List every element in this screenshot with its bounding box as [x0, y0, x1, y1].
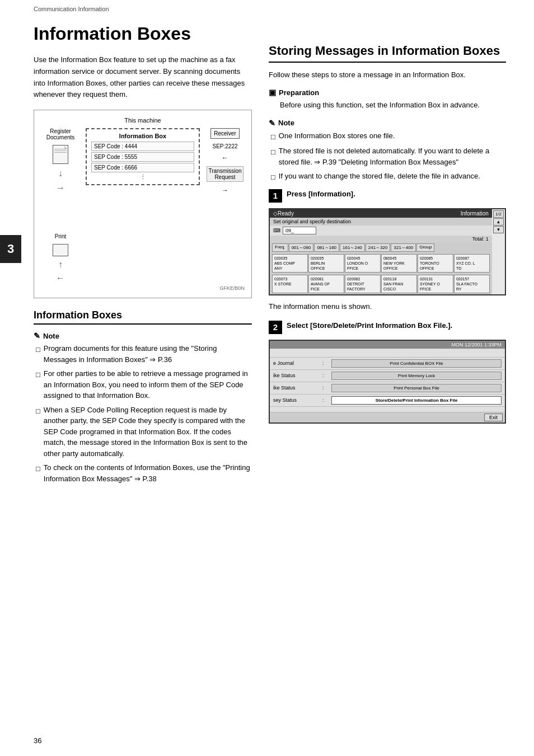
right-note-item-2: □ The stored file is not deleted automat… [269, 145, 506, 167]
screen2-row-4: sey Status : Store/Delete/Print Informat… [270, 395, 505, 407]
screen2-date: MON 12/2001 1:33PM [451, 342, 502, 348]
tab-241[interactable]: 241～320 [366, 243, 391, 252]
addr-2[interactable]: 020035BERLINOFFICE [308, 254, 344, 273]
sep-receiver: SEP:2222 [212, 143, 237, 149]
sep-row-1: SEP Code : 4444 [91, 142, 194, 151]
right-section-heading: Storing Messages in Information Boxes [269, 43, 506, 63]
left-note-block: ✎ Note □ Program documents for this feat… [34, 331, 252, 484]
screen-input-box[interactable]: 09_ [283, 227, 316, 234]
sep-row-2: SEP Code : 5555 [91, 152, 194, 162]
addr-7[interactable]: 020073X STORE [272, 275, 308, 293]
screen-mockup-2: MON 12/2001 1:33PM e Journal : Print Con… [269, 340, 506, 424]
addr-6[interactable]: 020087XYZ CO. LTD [454, 254, 490, 273]
row2-btn[interactable]: Print Memory Lock [331, 372, 502, 380]
row4-btn-highlight[interactable]: Store/Delete/Print Information Box File [331, 396, 502, 405]
sep-row-3: SEP Code : 6666 [91, 163, 194, 172]
scroll-down-btn[interactable]: ▼ [493, 226, 504, 233]
screen2-row-empty [270, 349, 505, 358]
page: Communication Information 3 Information … [0, 0, 534, 756]
doc-icon [53, 145, 68, 164]
info-box-container: Information Box SEP Code : 4444 SEP Code… [86, 128, 200, 185]
note-pencil-icon-right: ✎ [269, 119, 275, 128]
tab-081[interactable]: 081～160 [314, 243, 339, 252]
keyboard-icon: ⌨ [273, 228, 280, 233]
dest-row: Set original and specify destination [270, 218, 492, 226]
screen-side-btns: 1/2 ▲ ▼ [492, 209, 505, 295]
breadcrumb-text: Communication Information [34, 6, 109, 12]
tab-161[interactable]: 161～240 [340, 243, 365, 252]
addr-5[interactable]: 020085TORONTOOFFICE [418, 254, 453, 273]
exit-btn[interactable]: Exit [484, 414, 503, 421]
breadcrumb: Communication Information [0, 0, 534, 15]
diagram-box: This machine RegisterDocuments [34, 110, 252, 298]
prep-heading: ▣ Preparation [269, 88, 506, 97]
step-1-container: 1 Press [Information]. [269, 189, 506, 203]
row2-label: ike Status [273, 373, 318, 378]
step-1-number: 1 [269, 189, 282, 203]
screen-header-1: ◇Ready Information [270, 209, 492, 218]
row1-btn[interactable]: Print Confidential BOX File [331, 359, 502, 368]
right-note-heading: ✎ Note [269, 119, 506, 128]
follow-text: Follow these steps to store a message in… [269, 69, 506, 81]
addr-3[interactable]: 020045LONDON OFFICE [345, 254, 381, 273]
screen2-row-2: ike Status : Print Memory Lock [270, 370, 505, 382]
tab-freq[interactable]: Freq. [272, 243, 288, 252]
note-item-1: □ Program documents for this feature usi… [34, 343, 252, 365]
step1-caption: The information menu is shown. [269, 301, 506, 312]
right-note-block: ✎ Note □ One Information Box stores one … [269, 119, 506, 183]
addr-8[interactable]: 020081AVANS OFFICE [308, 275, 344, 293]
right-note-item-1: □ One Information Box stores one file. [269, 130, 506, 143]
intro-text: Use the Information Box feature to set u… [34, 54, 252, 101]
note-item-3: □ When a SEP Code Polling Reception requ… [34, 405, 252, 459]
screen-status: ◇Ready [273, 210, 294, 217]
screen2-row-3: ike Status : Print Personal Box File [270, 382, 505, 395]
left-arrow-2: ← [56, 273, 65, 283]
register-label: RegisterDocuments [46, 128, 75, 140]
total-row: Total: 1 [270, 236, 492, 242]
tab-group[interactable]: Group [416, 243, 434, 252]
chapter-tab: 3 [0, 235, 21, 263]
page-indicator: 1/2 [493, 210, 504, 218]
diagram-right: Receiver SEP:2222 ← TransmissionRequest … [205, 128, 245, 196]
screen2-footer: Exit [270, 412, 505, 422]
screen2-row-1: e Journal : Print Confidential BOX File [270, 358, 505, 370]
addr-1[interactable]: 020035ABS COMPANY [272, 254, 308, 273]
horiz-arrow: ← [222, 154, 228, 162]
gfk-label: GFKE/B0N [41, 285, 245, 291]
transmission-label: TransmissionRequest [207, 166, 243, 182]
down-arrow-1: ↓ [58, 168, 63, 179]
page-number: 36 [34, 736, 41, 745]
right-note-item-3: □ If you want to change the stored file,… [269, 171, 506, 183]
left-column: Information Boxes Use the Information Bo… [34, 21, 252, 490]
addr-10[interactable]: 020118SAN FRANCISCO [381, 275, 417, 293]
screen-main-1: ◇Ready Information Set original and spec… [270, 209, 492, 295]
row4-label: sey Status [273, 397, 318, 403]
step-2-container: 2 Select [Store/Delete/Print Information… [269, 320, 506, 334]
left-arrow-1: → [56, 183, 65, 193]
row3-btn[interactable]: Print Personal Box File [331, 384, 502, 392]
diagram-left: RegisterDocuments ↓ → Print [41, 128, 80, 283]
tab-001[interactable]: 001～080 [289, 243, 314, 252]
ellipsis: ⋮ [91, 173, 194, 181]
left-note-heading: ✎ Note [34, 331, 252, 340]
screen2-header: MON 12/2001 1:33PM [270, 341, 505, 349]
scroll-up-btn[interactable]: ▲ [493, 218, 504, 226]
addr-4[interactable]: 080045NEW YORKOFFICE [381, 254, 417, 273]
addr-9[interactable]: 020082DETROITFACTORY [345, 275, 381, 293]
note-pencil-icon-left: ✎ [34, 331, 40, 340]
addr-11[interactable]: 020131SYDNEY OFFICE [418, 275, 453, 293]
tab-row: Freq. 001～080 081～160 161～240 241～320 32… [270, 242, 492, 253]
tab-321[interactable]: 321～400 [391, 243, 416, 252]
right-arrow: → [222, 186, 228, 194]
receiver-box: Receiver [210, 128, 239, 139]
screen-input-row: ⌨ 09_ [270, 226, 492, 236]
diagram-center: Information Box SEP Code : 4444 SEP Code… [86, 128, 200, 185]
prep-icon: ▣ [269, 88, 276, 97]
screen-mockup-1: ◇Ready Information Set original and spec… [269, 208, 506, 296]
note-item-2: □ For other parties to be able to retrie… [34, 368, 252, 401]
screen2-row-empty2 [270, 407, 505, 412]
prep-text: Before using this function, set the Info… [269, 100, 506, 111]
note-item-4: □ To check on the contents of Informatio… [34, 462, 252, 484]
addr-12[interactable]: 020157SLA FACTORY [454, 275, 490, 293]
step-1-text: Press [Information]. [287, 189, 355, 200]
